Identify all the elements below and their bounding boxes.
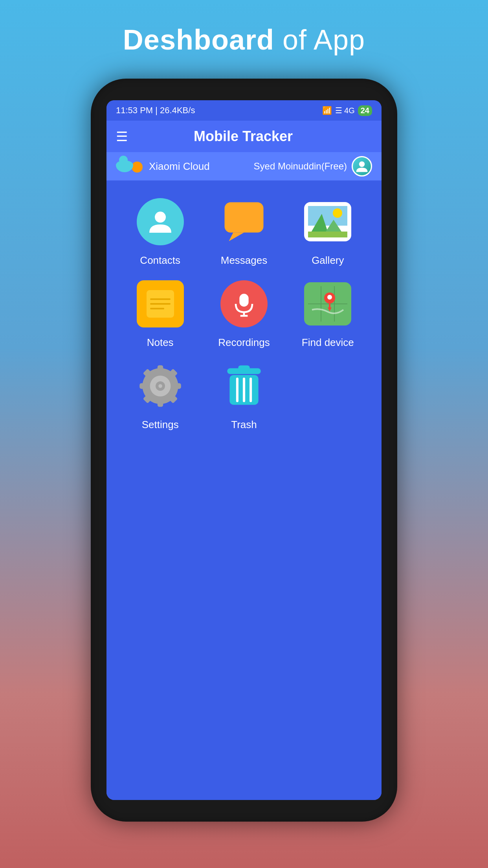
status-time: 11:53 PM | 26.4KB/s xyxy=(116,105,195,116)
page-title: Deshboard of App xyxy=(123,24,365,56)
messages-icon xyxy=(220,198,268,245)
svg-rect-27 xyxy=(139,383,148,389)
notes-icon xyxy=(137,280,184,327)
gallery-svg xyxy=(308,206,347,237)
gallery-label: Gallery xyxy=(312,254,344,267)
settings-label: Settings xyxy=(142,419,179,431)
settings-icon xyxy=(137,362,184,410)
user-bar: Xiaomi Cloud Syed Moinuddin(Free) xyxy=(106,152,382,180)
recordings-icon-wrapper xyxy=(218,278,270,329)
user-name: Syed Moinuddin(Free) xyxy=(254,161,347,172)
notes-label: Notes xyxy=(147,337,174,349)
svg-point-6 xyxy=(333,208,342,218)
svg-rect-25 xyxy=(157,365,163,374)
status-icons: 📶 ☰ 4G 24 xyxy=(322,105,372,116)
cloud-label: Xiaomi Cloud xyxy=(149,160,254,173)
phone-shell: 11:53 PM | 26.4KB/s 📶 ☰ 4G 24 ☰ Mobile T… xyxy=(91,79,397,822)
grid-item-recordings[interactable]: Recordings xyxy=(202,278,286,349)
messages-label: Messages xyxy=(221,254,268,267)
signal-bars: ☰ 4G xyxy=(335,106,355,115)
cloud-blue-icon xyxy=(116,160,133,172)
svg-rect-28 xyxy=(172,383,181,389)
cloud-orange-dot xyxy=(132,162,143,173)
recordings-icon xyxy=(220,280,268,327)
svg-point-22 xyxy=(327,295,332,300)
grid-item-gallery[interactable]: Gallery xyxy=(286,196,370,267)
svg-point-1 xyxy=(155,211,166,223)
svg-point-35 xyxy=(158,384,162,388)
svg-rect-37 xyxy=(238,365,250,370)
speech-bubble-svg xyxy=(222,200,266,243)
messages-icon-wrapper xyxy=(218,196,270,247)
status-bar: 11:53 PM | 26.4KB/s 📶 ☰ 4G 24 xyxy=(106,100,382,121)
notes-svg xyxy=(145,288,176,320)
grid-item-contacts[interactable]: Contacts xyxy=(118,196,202,267)
app-bar-title: Mobile Tracker xyxy=(137,128,349,145)
find-device-icon xyxy=(304,282,351,326)
svg-rect-5 xyxy=(308,206,347,226)
settings-icon-wrapper xyxy=(135,360,186,412)
wifi-icon: 📶 xyxy=(322,106,332,115)
svg-rect-14 xyxy=(239,294,248,307)
grid-item-find-device[interactable]: Find device xyxy=(286,278,370,349)
app-bar: ☰ Mobile Tracker xyxy=(106,121,382,152)
mic-svg xyxy=(230,290,258,318)
grid-item-settings[interactable]: Settings xyxy=(118,360,202,431)
hamburger-menu-icon[interactable]: ☰ xyxy=(116,130,128,143)
trash-icon xyxy=(222,362,266,410)
svg-point-0 xyxy=(359,161,365,167)
cloud-icons xyxy=(116,160,143,173)
grid-item-messages[interactable]: Messages xyxy=(202,196,286,267)
find-device-label: Find device xyxy=(302,337,354,349)
svg-rect-9 xyxy=(308,232,347,237)
phone-screen: 11:53 PM | 26.4KB/s 📶 ☰ 4G 24 ☰ Mobile T… xyxy=(106,100,382,800)
notes-icon-wrapper xyxy=(135,278,186,329)
gallery-icon-wrapper xyxy=(302,196,353,247)
contacts-icon xyxy=(137,198,184,245)
gear-svg xyxy=(137,362,184,410)
contacts-icon-wrapper xyxy=(135,196,186,247)
grid-item-trash[interactable]: Trash xyxy=(202,360,286,431)
find-device-icon-wrapper xyxy=(302,278,353,329)
map-svg xyxy=(308,286,347,322)
contacts-label: Contacts xyxy=(140,254,180,267)
svg-rect-2 xyxy=(224,202,263,233)
grid-item-notes[interactable]: Notes xyxy=(118,278,202,349)
battery-indicator: 24 xyxy=(358,105,372,116)
gallery-icon xyxy=(304,202,351,241)
icon-grid: Contacts Messages xyxy=(106,180,382,800)
recordings-label: Recordings xyxy=(218,337,270,349)
trash-icon-wrapper xyxy=(218,360,270,412)
trash-label: Trash xyxy=(231,419,257,431)
person-svg xyxy=(147,208,174,235)
trash-svg xyxy=(224,364,264,408)
svg-rect-26 xyxy=(157,398,163,407)
user-avatar[interactable] xyxy=(352,156,372,177)
svg-marker-3 xyxy=(229,233,244,241)
